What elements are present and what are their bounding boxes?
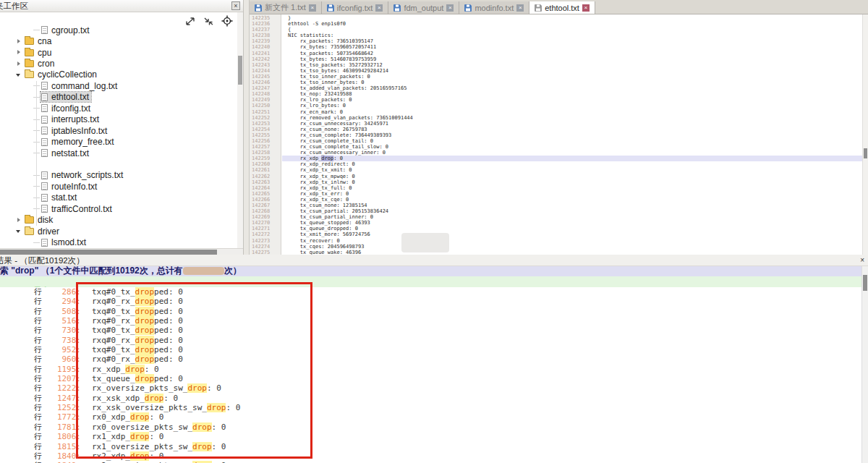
locate-target-icon[interactable] <box>221 15 233 27</box>
results-vertical-scrollbar[interactable] <box>861 266 868 463</box>
workspace-close-icon[interactable]: × <box>231 1 240 10</box>
sidebar-item-cron[interactable]: cron <box>0 58 237 69</box>
line-number: 142237 <box>250 27 281 33</box>
code-editor[interactable]: 1422351422361422371422381422391422401422… <box>250 14 868 255</box>
tree-item-label: cna <box>38 36 51 46</box>
result-row-line-1772[interactable]: 行1772:rx0_xdp_drop: 0 <box>0 412 861 422</box>
line-number: 142246 <box>250 80 281 85</box>
result-row-line-516[interactable]: 行516:rxq#0_rx_dropped: 0 <box>0 316 861 326</box>
save-icon <box>535 4 542 12</box>
tree-horizontal-scrollbar[interactable] <box>0 248 243 255</box>
code-line: rx_packets: 736510395147 <box>282 38 862 44</box>
file-icon <box>41 182 48 190</box>
code-area[interactable]: }ethtool -S enp1s0f0{NIC statistics: rx_… <box>282 14 862 255</box>
selected-item-highlight[interactable]: ethtool.txt <box>41 92 91 102</box>
scrollbar-thumb[interactable] <box>864 148 867 158</box>
line-number: 142255 <box>250 132 281 138</box>
sidebar-item-driver[interactable]: driver <box>0 226 237 237</box>
line-number: 142264 <box>250 185 281 191</box>
scrollbar-thumb[interactable] <box>0 250 217 255</box>
result-row-line-730[interactable]: 行730:txq#0_tx_dropped: 0 <box>0 326 861 335</box>
result-match-text: rx_xsk_oversize_pkts_sw_drop: 0 <box>92 403 240 412</box>
code-line: rx_ecn_mark: 0 <box>282 109 862 115</box>
results-file-path[interactable]: E:\日志\armod0523.odata.ncmp.unicom.locaar… <box>0 276 868 287</box>
workspace-toolbar <box>185 15 233 27</box>
code-line: tx_tso_inner_packets: 0 <box>282 74 862 80</box>
result-match-text: rxq#0_rx_dropped: 0 <box>92 354 183 364</box>
match-highlight: drop <box>135 326 155 335</box>
results-title: 搜索结果 - （匹配10192次） <box>0 255 868 266</box>
tab-label: ifconfig.txt <box>337 4 373 12</box>
editor-vertical-scrollbar[interactable] <box>862 14 868 255</box>
result-row-line-1840[interactable]: 行1840:rx2_xdp_drop: 0 <box>0 451 861 461</box>
folder-open-icon <box>25 228 34 235</box>
tab-close-icon[interactable]: × <box>582 4 590 12</box>
result-row-line-1781[interactable]: 行1781:rx0_oversize_pkts_sw_drop: 0 <box>0 422 861 432</box>
line-number: 142259 <box>250 156 281 161</box>
result-match-text: rx0_xdp_drop: 0 <box>92 412 163 422</box>
file-icon <box>41 104 48 112</box>
tree-item-label: cron <box>38 59 54 69</box>
panel-splitter[interactable] <box>244 0 250 255</box>
tab-close-icon[interactable]: × <box>446 4 454 12</box>
code-line: rx_csum_complete_tail_slow: 0 <box>282 144 862 150</box>
tree-item-label: driver <box>38 226 59 237</box>
result-row-line-286[interactable]: 行286:txq#0_tx_dropped: 0 <box>0 287 861 297</box>
folder-icon <box>25 60 34 67</box>
tab-modinfo.txt[interactable]: modinfo.txt× <box>459 1 529 14</box>
tab-close-icon[interactable]: × <box>516 4 524 12</box>
chevron-right-icon[interactable] <box>16 38 22 45</box>
result-line-number: 1207: <box>41 374 81 383</box>
result-row-line-1207[interactable]: 行1207:tx_queue_dropped: 0 <box>0 374 861 383</box>
tab-ifconfig.txt[interactable]: ifconfig.txt× <box>322 1 389 14</box>
tree-vertical-scrollbar[interactable] <box>237 12 243 248</box>
code-line: rx_csum_none: 26759783 <box>282 127 862 132</box>
chevron-right-icon[interactable] <box>16 49 22 56</box>
code-line: tx_nop: 232419588 <box>282 91 862 97</box>
result-row-line-738[interactable]: 行738:rxq#0_rx_dropped: 0 <box>0 336 861 345</box>
sidebar-item-cyclicCollection[interactable]: cyclicCollection <box>0 69 237 80</box>
line-number: 142248 <box>250 91 281 97</box>
chevron-right-icon[interactable] <box>16 61 22 67</box>
chevron-down-icon[interactable] <box>16 72 22 78</box>
result-row-line-1247[interactable]: 行1247:rx_xsk_xdp_drop: 0 <box>0 394 861 403</box>
tree-guide <box>33 242 40 243</box>
tab-ethtool.txt[interactable]: ethtool.txt× <box>529 1 595 14</box>
sidebar-item-lsmod-txt[interactable]: lsmod.txt <box>0 237 237 247</box>
result-row-line-1195[interactable]: 行1195:rx_xdp_drop: 0 <box>0 365 861 374</box>
sidebar-item-cna[interactable]: cna <box>0 35 237 46</box>
result-line-number: 1806: <box>41 432 81 441</box>
chevron-right-icon[interactable] <box>16 217 22 224</box>
result-row-line-1815[interactable]: 行1815:rx1_oversize_pkts_sw_drop: 0 <box>0 442 861 451</box>
tab-新文件 1.txt[interactable]: 新文件 1.txt× <box>250 1 322 14</box>
result-row-line-508[interactable]: 行508:txq#0_tx_dropped: 0 <box>0 307 861 316</box>
save-icon <box>327 4 334 12</box>
tab-close-icon[interactable]: × <box>375 4 383 12</box>
line-number: 142272 <box>250 232 281 237</box>
results-summary-text: 搜索 "drop" （1个文件中匹配到10192次，总计有 <box>0 266 183 276</box>
result-match-text: txq#0_tx_dropped: 0 <box>92 287 183 297</box>
result-match-text: rx_xdp_drop: 0 <box>92 365 159 374</box>
expand-arrows-icon[interactable] <box>185 17 196 26</box>
collapse-arrows-icon[interactable] <box>203 17 214 26</box>
tab-close-icon[interactable]: × <box>309 4 316 12</box>
tab-fdm_output[interactable]: fdm_output× <box>388 1 459 14</box>
code-line: rx_xdp_tx_full: 0 <box>282 185 862 191</box>
result-line-number: 1815: <box>41 442 81 451</box>
chevron-down-icon[interactable] <box>16 228 22 234</box>
code-line: tx_tso_bytes: 463099429284214 <box>282 68 862 74</box>
scrollbar-thumb[interactable] <box>238 56 242 85</box>
tree-item-label: ifconfig.txt <box>51 103 90 114</box>
sidebar-item-cpu[interactable]: cpu <box>0 47 237 58</box>
result-row-line-952[interactable]: 行952:txq#0_tx_dropped: 0 <box>0 345 861 354</box>
result-row-line-294[interactable]: 行294:rxq#0_rx_dropped: 0 <box>0 297 861 306</box>
result-row-line-960[interactable]: 行960:rxq#0_rx_dropped: 0 <box>0 354 861 364</box>
result-row-line-1252[interactable]: 行1252:rx_xsk_oversize_pkts_sw_drop: 0 <box>0 403 861 412</box>
results-close-icon[interactable]: × <box>860 255 864 266</box>
tab-label: ethtool.txt <box>545 4 579 12</box>
result-match-text: tx_queue_dropped: 0 <box>92 374 183 383</box>
scrollbar-thumb[interactable] <box>863 275 867 291</box>
code-line: rx_xdp_tx_cqe: 0 <box>282 197 862 203</box>
result-row-line-1222[interactable]: 行1222:rx_oversize_pkts_sw_drop: 0 <box>0 383 861 393</box>
result-row-line-1806[interactable]: 行1806:rx1_xdp_drop: 0 <box>0 432 861 441</box>
